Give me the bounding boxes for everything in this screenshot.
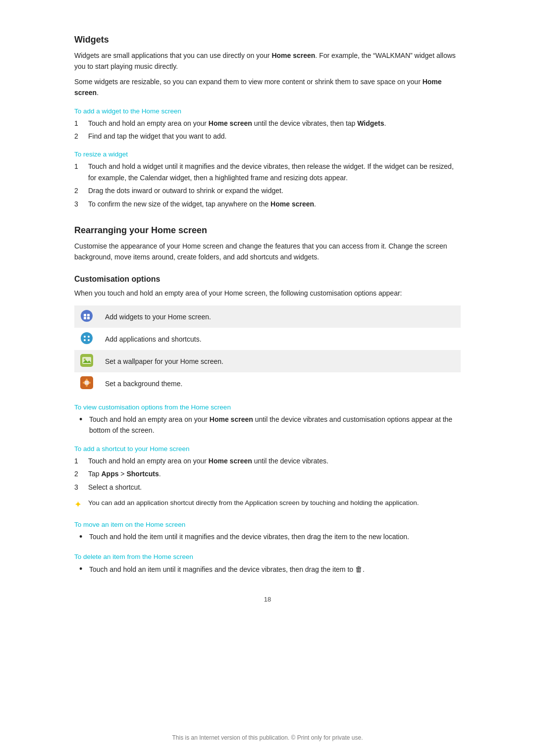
move-item-bullet-1: • Touch and hold the item until it magni… bbox=[79, 531, 461, 544]
resize-widget-steps: 1 Touch and hold a widget until it magni… bbox=[74, 161, 461, 209]
view-options-bullet-1: • Touch and hold an empty area on your H… bbox=[79, 414, 461, 436]
widgets-para2: Some widgets are resizable, so you can e… bbox=[74, 76, 461, 99]
add-shortcut-steps: 1 Touch and hold an empty area on your H… bbox=[74, 455, 461, 493]
option-text-apps: Add applications and shortcuts. bbox=[99, 328, 461, 350]
customisation-title: Customisation options bbox=[74, 275, 461, 284]
theme-icon bbox=[80, 376, 93, 389]
option-icon-apps bbox=[74, 328, 99, 350]
svg-rect-2 bbox=[87, 314, 90, 316]
customisation-options-table: Add widgets to your Home screen. Add app… bbox=[74, 305, 461, 395]
page-number: 18 bbox=[74, 596, 461, 603]
rearranging-title: Rearranging your Home screen bbox=[74, 225, 461, 236]
add-shortcut-step-1: 1 Touch and hold an empty area on your H… bbox=[74, 455, 461, 466]
resize-widget-step-2: 2 Drag the dots inward or outward to shr… bbox=[74, 185, 461, 196]
svg-point-6 bbox=[84, 336, 86, 338]
delete-item-bullets: • Touch and hold an item until it magnif… bbox=[74, 563, 461, 576]
tip-box: ✦ You can add an application shortcut di… bbox=[74, 498, 461, 512]
add-shortcut-step-2: 2 Tap Apps > Shortcuts. bbox=[74, 468, 461, 479]
option-icon-theme bbox=[74, 372, 99, 395]
option-text-widgets: Add widgets to your Home screen. bbox=[99, 305, 461, 328]
widgets-title: Widgets bbox=[74, 35, 461, 45]
rearranging-para: Customise the appearance of your Home sc… bbox=[74, 241, 461, 263]
svg-point-7 bbox=[88, 336, 90, 338]
tip-text: You can add an application shortcut dire… bbox=[88, 498, 461, 508]
svg-point-9 bbox=[88, 339, 90, 341]
option-text-wallpaper: Set a wallpaper for your Home screen. bbox=[99, 350, 461, 372]
wallpaper-icon bbox=[80, 354, 93, 367]
widgets-icon bbox=[80, 309, 93, 322]
option-row-widgets: Add widgets to your Home screen. bbox=[74, 305, 461, 328]
move-item-heading: To move an item on the Home screen bbox=[74, 521, 461, 528]
svg-point-17 bbox=[86, 385, 88, 387]
option-text-theme: Set a background theme. bbox=[99, 372, 461, 395]
delete-item-heading: To delete an item from the Home screen bbox=[74, 553, 461, 560]
page-content: Widgets Widgets are small applications t… bbox=[74, 0, 461, 648]
move-item-bullets: • Touch and hold the item until it magni… bbox=[74, 531, 461, 544]
widgets-para1: Widgets are small applications that you … bbox=[74, 50, 461, 72]
svg-point-0 bbox=[81, 310, 93, 322]
svg-rect-4 bbox=[87, 317, 90, 319]
svg-point-19 bbox=[89, 382, 91, 384]
option-icon-widgets bbox=[74, 305, 99, 328]
trash-icon: 🗑 bbox=[355, 565, 363, 573]
delete-item-bullet-1: • Touch and hold an item until it magnif… bbox=[79, 563, 461, 576]
add-shortcut-heading: To add a shortcut to your Home screen bbox=[74, 445, 461, 453]
resize-widget-step-3: 3 To confirm the new size of the widget,… bbox=[74, 199, 461, 209]
customisation-para: When you touch and hold an empty area of… bbox=[74, 288, 461, 299]
svg-point-12 bbox=[84, 358, 86, 360]
option-row-apps: Add applications and shortcuts. bbox=[74, 328, 461, 350]
add-widget-steps: 1 Touch and hold an empty area on your H… bbox=[74, 118, 461, 142]
tip-icon: ✦ bbox=[74, 498, 88, 512]
add-shortcut-step-3: 3 Select a shortcut. bbox=[74, 482, 461, 493]
resize-widget-step-1: 1 Touch and hold a widget until it magni… bbox=[74, 161, 461, 183]
option-row-wallpaper: Set a wallpaper for your Home screen. bbox=[74, 350, 461, 372]
add-widget-step-2: 2 Find and tap the widget that you want … bbox=[74, 131, 461, 142]
svg-point-5 bbox=[81, 332, 93, 344]
resize-widget-heading: To resize a widget bbox=[74, 151, 461, 158]
svg-point-15 bbox=[84, 380, 89, 385]
option-row-theme: Set a background theme. bbox=[74, 372, 461, 395]
view-options-bullets: • Touch and hold an empty area on your H… bbox=[74, 414, 461, 436]
page-footer: This is an Internet version of this publ… bbox=[0, 734, 535, 741]
apps-icon bbox=[80, 332, 93, 345]
svg-point-8 bbox=[84, 339, 86, 341]
svg-point-18 bbox=[83, 382, 85, 384]
view-options-heading: To view customisation options from the H… bbox=[74, 403, 461, 411]
option-icon-wallpaper bbox=[74, 350, 99, 372]
add-widget-step-1: 1 Touch and hold an empty area on your H… bbox=[74, 118, 461, 129]
footer-text: This is an Internet version of this publ… bbox=[172, 734, 363, 741]
svg-rect-1 bbox=[84, 314, 86, 316]
svg-rect-3 bbox=[84, 317, 86, 319]
add-widget-heading: To add a widget to the Home screen bbox=[74, 107, 461, 115]
svg-point-16 bbox=[86, 379, 88, 381]
